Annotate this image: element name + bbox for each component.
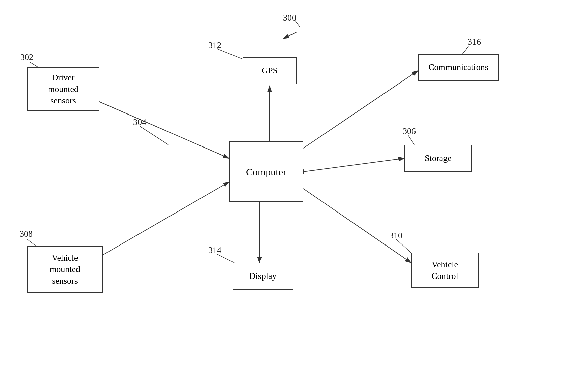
computer-box: Computer — [229, 141, 303, 202]
ref-314: 314 — [208, 245, 221, 255]
ref-302: 302 — [20, 52, 33, 62]
ref-316: 316 — [468, 37, 481, 47]
svg-line-3 — [283, 32, 297, 39]
vehicle-control-box: VehicleControl — [411, 253, 479, 288]
svg-line-8 — [303, 189, 411, 263]
svg-line-6 — [303, 158, 404, 172]
ref-306: 306 — [403, 126, 416, 136]
storage-box: Storage — [404, 145, 472, 172]
gps-box: GPS — [243, 57, 297, 84]
svg-line-5 — [303, 71, 418, 148]
svg-line-10 — [101, 182, 229, 256]
vehicle-sensors-box: Vehiclemountedsensors — [27, 246, 103, 293]
ref-308: 308 — [20, 229, 33, 239]
communications-box: Communications — [418, 54, 499, 81]
diagram-container: Computer GPS Communications Storage Disp… — [0, 0, 584, 392]
svg-line-16 — [396, 239, 413, 254]
svg-line-18 — [217, 254, 234, 263]
ref-304: 304 — [133, 117, 146, 127]
display-box: Display — [233, 263, 293, 290]
ref-312: 312 — [208, 40, 221, 51]
ref-300: 300 — [283, 13, 296, 23]
svg-line-9 — [98, 101, 229, 158]
ref-310: 310 — [389, 231, 402, 241]
driver-sensors-box: Drivermountedsensors — [27, 67, 99, 111]
svg-line-13 — [140, 126, 168, 145]
